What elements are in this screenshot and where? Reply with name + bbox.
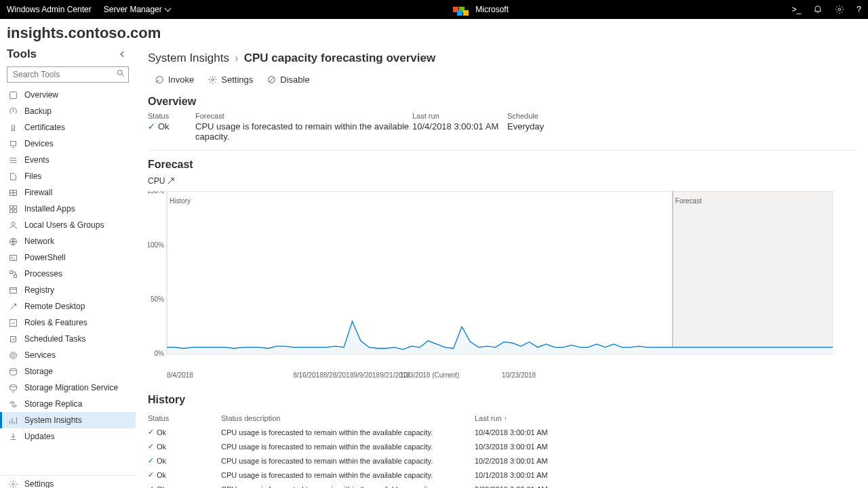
console-icon[interactable]: >_ [792, 5, 802, 14]
svg-rect-16 [9, 319, 16, 326]
updates-icon [8, 432, 18, 441]
firewall-icon [8, 188, 18, 197]
sidebar-item-label: Storage [24, 367, 53, 376]
sidebar-item-installed-apps[interactable]: Installed Apps [0, 201, 136, 217]
disable-button[interactable]: Disable [267, 75, 309, 85]
check-icon: ✓ [148, 456, 154, 465]
svg-rect-14 [14, 274, 16, 277]
sidebar-item-storage-replica[interactable]: Storage Replica [0, 396, 136, 412]
help-icon[interactable]: ? [856, 5, 861, 14]
svg-point-24 [12, 483, 14, 485]
invoke-button[interactable]: Invoke [155, 75, 194, 85]
search-tools-input[interactable] [7, 66, 129, 83]
history-row[interactable]: ✓OkCPU usage is forecasted to remain wit… [148, 439, 856, 453]
svg-rect-15 [9, 287, 16, 293]
events-icon [8, 155, 18, 165]
svg-rect-2 [9, 92, 16, 98]
svg-rect-4 [10, 141, 16, 146]
history-col-desc[interactable]: Status description [221, 414, 475, 422]
history-row[interactable]: ✓OkCPU usage is forecasted to remain wit… [148, 482, 856, 488]
collapse-sidebar-icon[interactable] [117, 48, 129, 60]
overview-schedule-label: Schedule [507, 112, 589, 120]
users-icon [8, 220, 18, 230]
forecast-metric: CPU [148, 176, 165, 186]
server-name: insights.contoso.com [0, 19, 868, 45]
history-col-status[interactable]: Status [148, 414, 221, 422]
xaxis-tick: 9/9/2018 [353, 371, 380, 379]
history-col-lastrun[interactable]: Last run ↑ [475, 414, 856, 422]
sidebar-item-local-users-groups[interactable]: Local Users & Groups [0, 217, 136, 233]
search-icon [117, 69, 125, 77]
svg-rect-12 [9, 255, 16, 260]
xaxis-tick: 10/3/2018 (Current) [400, 371, 459, 379]
registry-icon [8, 285, 18, 295]
sidebar-item-label: Backup [24, 106, 52, 116]
svg-rect-17 [10, 336, 16, 342]
sidebar-item-updates[interactable]: Updates [0, 428, 136, 445]
history-row[interactable]: ✓OkCPU usage is forecasted to remain wit… [148, 468, 856, 482]
sidebar-item-scheduled-tasks[interactable]: Scheduled Tasks [0, 331, 136, 347]
overview-lastrun-label: Last run [412, 112, 507, 120]
sidebar-item-label: Updates [24, 432, 55, 441]
gear-icon[interactable] [835, 5, 844, 14]
svg-text:50%: 50% [151, 296, 164, 303]
svg-rect-7 [14, 205, 16, 208]
sidebar-item-storage[interactable]: Storage [0, 363, 136, 380]
sidebar-item-backup[interactable]: Backup [0, 103, 136, 119]
sidebar-item-label: System Insights [24, 415, 82, 425]
history-heading: History [148, 391, 856, 410]
chart-xaxis: 8/4/20188/16/20188/28/20189/9/20189/21/2… [148, 371, 856, 379]
breadcrumb-parent[interactable]: System Insights [148, 52, 229, 65]
powershell-icon [8, 253, 18, 262]
history-body: ✓OkCPU usage is forecasted to remain wit… [148, 425, 856, 488]
sidebar-item-label: Files [24, 171, 41, 181]
settings-button[interactable]: Settings [208, 75, 253, 85]
sidebar-item-remote-desktop[interactable]: Remote Desktop [0, 298, 136, 314]
devices-icon [8, 139, 18, 148]
overview-forecast-value: CPU usage is forecasted to remain within… [195, 121, 412, 142]
check-icon: ✓ [148, 442, 154, 451]
sidebar-item-powershell[interactable]: PowerShell [0, 249, 136, 266]
expand-icon[interactable] [167, 178, 174, 184]
sidebar-item-firewall[interactable]: Firewall [0, 184, 136, 201]
sidebar-item-overview[interactable]: Overview [0, 87, 136, 103]
app-name: Windows Admin Center [7, 5, 92, 14]
sidebar-item-label: Overview [24, 90, 58, 100]
sidebar-item-roles-features[interactable]: Roles & Features [0, 314, 136, 331]
notifications-icon[interactable] [813, 5, 823, 14]
sidebar-item-devices[interactable]: Devices [0, 136, 136, 152]
svg-rect-8 [9, 209, 12, 212]
svg-text:History: History [170, 197, 191, 205]
forecast-chart: 0%50%100%150%HistoryForecast [148, 191, 856, 367]
overview-icon [8, 90, 18, 100]
migration-icon [8, 383, 18, 392]
xaxis-tick: 8/28/2018 [323, 371, 354, 379]
sidebar: Tools OverviewBackupCertificatesDevicesE… [0, 45, 136, 488]
context-dropdown[interactable]: Server Manager [104, 5, 170, 14]
sidebar-item-events[interactable]: Events [0, 152, 136, 168]
history-row[interactable]: ✓OkCPU usage is forecasted to remain wit… [148, 453, 856, 468]
history-header: Status Status description Last run ↑ [148, 410, 856, 425]
sidebar-item-label: Remote Desktop [24, 302, 85, 311]
svg-point-3 [12, 125, 15, 128]
sidebar-item-label: Roles & Features [24, 318, 87, 327]
chevron-right-icon: › [235, 52, 239, 65]
svg-rect-13 [9, 270, 12, 273]
services-icon [8, 350, 18, 360]
sidebar-item-processes[interactable]: Processes [0, 266, 136, 282]
sidebar-item-system-insights[interactable]: System Insights [0, 412, 136, 428]
svg-text:0%: 0% [155, 350, 165, 357]
sidebar-item-certificates[interactable]: Certificates [0, 119, 136, 136]
sidebar-item-services[interactable]: Services [0, 347, 136, 363]
history-row[interactable]: ✓OkCPU usage is forecasted to remain wit… [148, 425, 856, 439]
sidebar-item-files[interactable]: Files [0, 168, 136, 184]
sidebar-item-label: Settings [24, 479, 54, 488]
sidebar-item-registry[interactable]: Registry [0, 282, 136, 298]
check-icon: ✓ [148, 470, 154, 479]
sidebar-item-network[interactable]: Network [0, 233, 136, 249]
svg-point-10 [12, 222, 15, 225]
sidebar-settings[interactable]: Settings [0, 476, 136, 488]
overview-schedule-value: Everyday [507, 121, 589, 131]
toolbar: Invoke Settings Disable [148, 72, 856, 93]
sidebar-item-storage-migration-service[interactable]: Storage Migration Service [0, 380, 136, 396]
